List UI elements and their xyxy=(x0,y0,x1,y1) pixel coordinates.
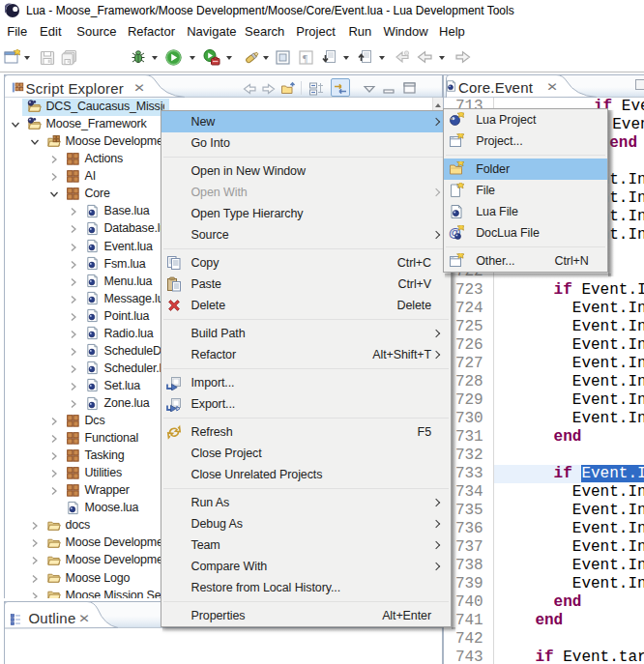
svg-text:¶: ¶ xyxy=(303,51,307,63)
